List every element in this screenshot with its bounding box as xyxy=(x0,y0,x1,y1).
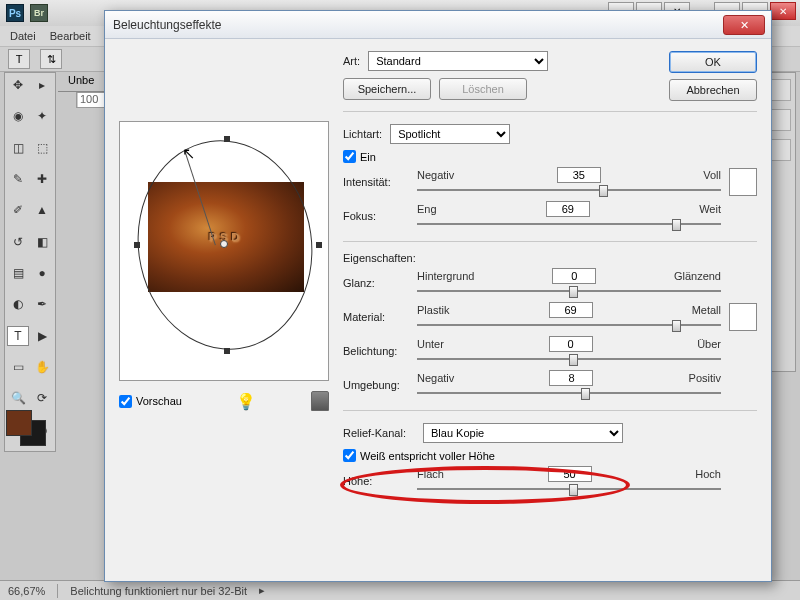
white-is-high-label: Weiß entspricht voller Höhe xyxy=(360,450,495,462)
cancel-button[interactable]: Abbrechen xyxy=(669,79,757,101)
lightbulb-icon[interactable]: 💡 xyxy=(236,392,256,411)
belichtung-label: Belichtung: xyxy=(343,345,409,357)
texture-channel-select[interactable]: Blau Kopie xyxy=(423,423,623,443)
color-swatches[interactable] xyxy=(6,410,48,442)
lighting-effects-dialog: Beleuchtungseffekte ✕ OK Abbrechen PSD ↖ xyxy=(104,10,772,582)
ellipse-handle[interactable] xyxy=(224,348,230,354)
cursor-icon: ↖ xyxy=(182,144,195,163)
umgebung-left-label: Negativ xyxy=(417,372,454,384)
status-dropdown-icon[interactable]: ▸ xyxy=(259,584,265,597)
fokus-label: Fokus: xyxy=(343,210,409,222)
belichtung-slider[interactable] xyxy=(417,352,721,366)
eraser-tool[interactable]: ◧ xyxy=(31,232,53,252)
light-center-handle[interactable] xyxy=(220,240,228,248)
art-label: Art: xyxy=(343,55,360,67)
panel-icon[interactable] xyxy=(769,139,791,161)
pen-tool[interactable]: ✒ xyxy=(31,294,53,314)
status-message: Belichtung funktioniert nur bei 32-Bit xyxy=(70,585,247,597)
tools-panel: ✥ ▸ ◉ ✦ ◫ ⬚ ✎ ✚ ✐ ▲ ↺ ◧ ▤ ● ◐ ✒ T ▶ ▭ ✋ … xyxy=(4,72,56,452)
white-is-high-input[interactable] xyxy=(343,449,356,462)
text-tool-indicator[interactable]: T xyxy=(8,49,30,69)
preview-checkbox-input[interactable] xyxy=(119,395,132,408)
stamp-tool[interactable]: ▲ xyxy=(31,200,53,220)
foreground-color-swatch[interactable] xyxy=(6,410,32,436)
panel-icon[interactable] xyxy=(769,109,791,131)
trash-icon[interactable] xyxy=(311,391,329,411)
crop-tool[interactable]: ◫ xyxy=(7,138,29,158)
belichtung-value[interactable] xyxy=(549,336,593,352)
light-on-checkbox[interactable]: Ein xyxy=(343,150,757,163)
fokus-value[interactable] xyxy=(546,201,590,217)
dialog-close-button[interactable]: ✕ xyxy=(723,15,765,35)
relief-kanal-label: Relief-Kanal: xyxy=(343,427,415,439)
slice-tool[interactable]: ⬚ xyxy=(31,138,53,158)
zoom-level[interactable]: 66,67% xyxy=(8,585,45,597)
preview-area[interactable]: PSD ↖ xyxy=(119,121,329,381)
magic-wand-tool[interactable]: ✦ xyxy=(31,106,53,126)
dodge-tool[interactable]: ◐ xyxy=(7,294,29,314)
light-type-select[interactable]: Spotlicht xyxy=(390,124,510,144)
material-left-label: Plastik xyxy=(417,304,449,316)
blur-tool[interactable]: ● xyxy=(31,263,53,283)
white-is-high-checkbox[interactable]: Weiß entspricht voller Höhe xyxy=(343,449,757,462)
light-on-input[interactable] xyxy=(343,150,356,163)
umgebung-value[interactable] xyxy=(549,370,593,386)
rotate-view-tool[interactable]: ⟳ xyxy=(31,388,53,408)
material-label: Material: xyxy=(343,311,409,323)
fokus-slider[interactable] xyxy=(417,217,721,231)
delete-style-button: Löschen xyxy=(439,78,527,100)
intensity-value[interactable] xyxy=(557,167,601,183)
photoshop-logo: Ps xyxy=(6,4,24,22)
dialog-titlebar[interactable]: Beleuchtungseffekte ✕ xyxy=(105,11,771,39)
intensity-left-label: Negativ xyxy=(417,169,454,181)
save-style-button[interactable]: Speichern... xyxy=(343,78,431,100)
document-tab[interactable]: Unbe xyxy=(58,72,105,91)
intensity-slider[interactable] xyxy=(417,183,721,197)
material-right-label: Metall xyxy=(692,304,721,316)
bridge-logo[interactable]: Br xyxy=(30,4,48,22)
glanz-right-label: Glänzend xyxy=(674,270,721,282)
preview-label: Vorschau xyxy=(136,395,182,407)
fokus-left-label: Eng xyxy=(417,203,437,215)
statusbar: 66,67% Belichtung funktioniert nur bei 3… xyxy=(0,580,800,600)
orientation-toggle[interactable]: ⇅ xyxy=(40,49,62,69)
glanz-left-label: Hintergrund xyxy=(417,270,474,282)
direct-select-tool[interactable]: ▸ xyxy=(31,75,53,95)
gradient-tool[interactable]: ▤ xyxy=(7,263,29,283)
ok-button[interactable]: OK xyxy=(669,51,757,73)
material-slider[interactable] xyxy=(417,318,721,332)
preview-checkbox[interactable]: Vorschau xyxy=(119,395,182,408)
umgebung-label: Umgebung: xyxy=(343,379,409,391)
light-color-swatch[interactable] xyxy=(729,168,757,196)
hand-tool[interactable]: ✋ xyxy=(31,357,53,377)
glanz-slider[interactable] xyxy=(417,284,721,298)
shape-tool[interactable]: ▭ xyxy=(7,357,29,377)
healing-tool[interactable]: ✚ xyxy=(31,169,53,189)
belichtung-right-label: Über xyxy=(697,338,721,350)
ellipse-handle[interactable] xyxy=(134,242,140,248)
panel-icon[interactable] xyxy=(769,79,791,101)
glanz-value[interactable] xyxy=(552,268,596,284)
hoehe-slider[interactable] xyxy=(417,482,721,496)
menu-file[interactable]: Datei xyxy=(10,30,36,42)
ambient-color-swatch[interactable] xyxy=(729,303,757,331)
zoom-tool[interactable]: 🔍 xyxy=(7,388,29,408)
dialog-title: Beleuchtungseffekte xyxy=(113,18,222,32)
belichtung-left-label: Unter xyxy=(417,338,444,350)
ellipse-handle[interactable] xyxy=(316,242,322,248)
hoehe-value[interactable] xyxy=(548,466,592,482)
eyedropper-tool[interactable]: ✎ xyxy=(7,169,29,189)
umgebung-slider[interactable] xyxy=(417,386,721,400)
path-select-tool[interactable]: ▶ xyxy=(31,326,53,346)
glanz-label: Glanz: xyxy=(343,277,409,289)
app-close-button[interactable]: ✕ xyxy=(770,2,796,20)
history-brush-tool[interactable]: ↺ xyxy=(7,232,29,252)
ellipse-handle[interactable] xyxy=(224,136,230,142)
menu-edit[interactable]: Bearbeit xyxy=(50,30,91,42)
lasso-tool[interactable]: ◉ xyxy=(7,106,29,126)
style-select[interactable]: Standard xyxy=(368,51,548,71)
type-tool[interactable]: T xyxy=(7,326,29,346)
brush-tool[interactable]: ✐ xyxy=(7,200,29,220)
move-tool[interactable]: ✥ xyxy=(7,75,29,95)
material-value[interactable] xyxy=(549,302,593,318)
